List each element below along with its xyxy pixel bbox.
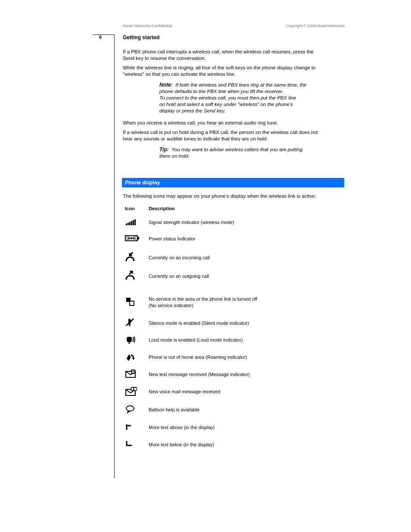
header-copyright: Copyright © 2003 Nortel Networks <box>286 24 345 28</box>
note-text: display or press the Send key. <box>159 108 225 114</box>
incoming-call-icon <box>125 252 138 265</box>
body-line: When you receive a wireless call, you he… <box>123 120 278 126</box>
note-text: on hold and select a soft key under "wir… <box>159 101 293 108</box>
text-more-down-icon <box>125 440 138 453</box>
header-system: Nortel Networks Confidential <box>123 24 172 28</box>
body-line: "wireless" so that you can activate the … <box>123 71 236 78</box>
svg-point-29 <box>126 406 134 411</box>
no-service-icon <box>125 296 138 309</box>
svg-rect-1 <box>128 223 129 225</box>
note-text: phone defaults to the PBX line when you … <box>159 88 283 95</box>
svg-rect-7 <box>137 237 139 240</box>
row-desc: Phone is out of home area (Roaming indic… <box>149 355 247 360</box>
row-desc: Currently on an outgoing call <box>149 274 209 279</box>
svg-rect-22 <box>131 370 135 373</box>
tip-text: them on hold. <box>159 153 190 159</box>
row-desc: New text message received (Message indic… <box>149 372 250 377</box>
text-more-up-icon <box>125 423 138 436</box>
section-heading: Phone display <box>125 180 160 186</box>
row-desc: New voice mail message received <box>149 389 220 394</box>
svg-rect-16 <box>130 301 134 305</box>
body-line: hear any sounds or audible tones to indi… <box>123 136 268 142</box>
body-line: If a wireless call is put on hold during… <box>123 129 318 136</box>
row-desc: No service in the area or the phone link… <box>149 296 257 302</box>
row-desc: Signal strength indicator (wireless mode… <box>149 220 234 225</box>
loud-mode-icon <box>125 335 138 348</box>
row-desc: Currently on an incoming call <box>149 255 210 260</box>
running-title: Getting started <box>123 34 159 40</box>
text-message-icon <box>125 370 138 383</box>
balloon-icon <box>125 405 138 418</box>
body-line: Send key to resume the conversation. <box>123 55 206 62</box>
section-intro: The following icons may appear on your p… <box>123 193 316 199</box>
svg-rect-5 <box>134 219 136 225</box>
svg-rect-3 <box>131 221 132 225</box>
row-desc: Power status indicator <box>149 236 195 241</box>
svg-point-20 <box>128 342 130 344</box>
svg-rect-4 <box>133 220 134 225</box>
row-desc: Loud mode is enabled (Loud mode indicato… <box>149 337 243 342</box>
signal-icon <box>125 218 138 230</box>
horizontal-tick <box>93 34 114 35</box>
body-line: If a PBX phone call interrupts a wireles… <box>123 49 314 55</box>
col-desc-header: Description <box>149 206 175 211</box>
svg-rect-0 <box>126 224 127 225</box>
battery-icon <box>125 234 138 247</box>
silent-mode-icon <box>125 318 138 331</box>
tip-text: You may want to advise wireless callers … <box>170 146 302 153</box>
col-icon-header: Icon <box>125 206 135 211</box>
page-number: 6 <box>99 34 102 40</box>
row-desc: More text below (in the display) <box>149 442 214 447</box>
svg-point-18 <box>129 324 131 326</box>
row-desc: Silence mode is enabled (Silent mode ind… <box>149 320 249 326</box>
row-desc: (No service indicator) <box>149 303 193 308</box>
outgoing-call-icon <box>125 271 138 283</box>
row-desc: Balloon help is available <box>149 407 199 412</box>
note-text: If both the wireless and PBX lines ring … <box>174 82 306 88</box>
svg-rect-2 <box>129 222 131 225</box>
vertical-rule <box>114 34 115 478</box>
roaming-icon <box>125 352 138 365</box>
body-line: While the wireless line is ringing, all … <box>123 65 315 71</box>
note-text: To connect to the wireless call, you mus… <box>159 95 296 101</box>
page: Nortel Networks Confidential Copyright ©… <box>0 0 411 532</box>
row-desc: More text above (in the display) <box>149 425 215 430</box>
voicemail-icon <box>125 387 138 400</box>
svg-point-27 <box>134 387 137 391</box>
tip-label: Tip: <box>159 146 169 152</box>
note-label: Note: <box>159 82 173 88</box>
